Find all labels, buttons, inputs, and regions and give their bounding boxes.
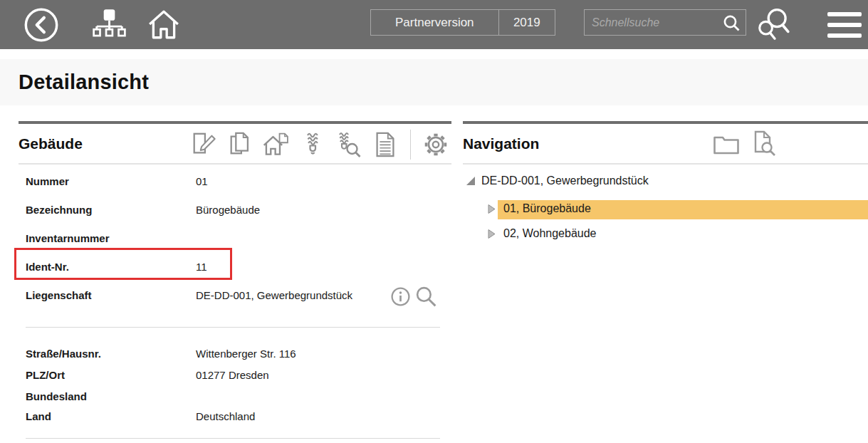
folder-icon[interactable] (712, 130, 741, 158)
app-window: Partnerversion 2019 (0, 0, 868, 443)
field-value: Deutschland (196, 410, 255, 422)
tree-node-wohngebaeude[interactable]: 02, Wohngebäude (486, 227, 596, 240)
field-label: Land (26, 410, 51, 422)
back-button[interactable] (21, 0, 61, 49)
navigation-panel: Navigation (463, 121, 868, 443)
tree-node-label: 02, Wohngebäude (503, 227, 596, 240)
home-button[interactable] (145, 0, 182, 49)
sitemap-icon (91, 7, 127, 43)
field-row-plz-ort: PLZ/Ort 01277 Dresden (19, 369, 451, 383)
field-label: Liegenschaft (26, 289, 92, 301)
info-icon[interactable] (389, 286, 412, 308)
back-icon (22, 6, 61, 44)
toolbar-divider (410, 130, 411, 160)
navigation-panel-title: Navigation (463, 135, 539, 152)
gebaeude-panel-title: Gebäude (19, 135, 83, 152)
title-band: Detailansicht (0, 59, 868, 105)
field-row-bundesland: Bundesland (19, 390, 451, 405)
gebaeude-panel: Gebäude (19, 121, 451, 443)
field-row-inventarnummer: Inventarnummer (19, 232, 451, 246)
home-icon (147, 8, 181, 42)
tree-node-label: DE-DD-001, Gewerbegrundstück (481, 174, 649, 187)
field-row-ident-nr: Ident-Nr. 11 (19, 261, 451, 275)
quick-search (584, 9, 746, 36)
field-row-strasse: Straße/Hausnr. Wittenberger Str. 116 (19, 348, 451, 362)
home-document-icon[interactable] (262, 130, 291, 159)
menu-button[interactable] (822, 0, 867, 49)
advanced-search-icon (757, 6, 791, 43)
tree-expanded-icon[interactable] (465, 176, 476, 186)
report-icon[interactable] (371, 130, 399, 159)
tree-node-label: 01, Bürogebäude (503, 202, 591, 215)
section-divider (26, 327, 440, 328)
settings-gear-icon[interactable] (422, 130, 450, 159)
energy-search-icon[interactable] (335, 130, 363, 159)
top-bar: Partnerversion 2019 (0, 0, 868, 49)
field-value: 01 (196, 175, 208, 187)
gebaeude-panel-header: Gebäude (19, 124, 451, 165)
tree-collapsed-icon[interactable] (486, 204, 497, 214)
gebaeude-toolbar (189, 130, 450, 160)
copy-icon[interactable] (226, 130, 254, 159)
field-value: 11 (196, 261, 207, 273)
tree-collapsed-icon[interactable] (486, 229, 497, 239)
section-divider (26, 438, 440, 439)
partner-version-label: Partnerversion (371, 10, 498, 35)
energy-bulb-icon[interactable] (298, 130, 327, 159)
field-value: Bürogebäude (196, 204, 260, 216)
field-label: Inventarnummer (26, 232, 110, 244)
field-row-liegenschaft: Liegenschaft DE-DD-001, Gewerbegrundstüc… (19, 289, 451, 303)
field-row-nummer: Nummer 01 (19, 175, 451, 189)
partner-version-year: 2019 (498, 10, 555, 35)
field-label: Nummer (26, 175, 69, 187)
partner-version-box[interactable]: Partnerversion 2019 (370, 9, 555, 36)
field-label: Bundesland (26, 390, 87, 402)
advanced-search-button[interactable] (756, 0, 792, 49)
field-row-bezeichnung: Bezeichnung Bürogebäude (19, 204, 451, 218)
tree-node-root[interactable]: DE-DD-001, Gewerbegrundstück (465, 174, 649, 187)
field-label: Bezeichnung (26, 204, 92, 216)
sitemap-button[interactable] (90, 0, 128, 49)
page-title: Detailansicht (19, 71, 149, 94)
edit-document-icon[interactable] (189, 130, 218, 159)
field-row-land: Land Deutschland (19, 410, 451, 424)
field-value: DE-DD-001, Gewerbegrundstück (196, 289, 352, 301)
document-search-icon[interactable] (751, 130, 779, 158)
field-label: Straße/Hausnr. (26, 348, 101, 360)
field-value: 01277 Dresden (196, 369, 269, 381)
field-label: Ident-Nr. (26, 261, 69, 273)
search-icon (722, 14, 741, 33)
field-value: Wittenberger Str. 116 (196, 348, 296, 360)
tree-node-selected[interactable]: 01, Bürogebäude (486, 202, 591, 215)
search-icon[interactable] (414, 285, 438, 308)
navigation-panel-header: Navigation (463, 124, 868, 165)
navigation-toolbar (712, 130, 779, 158)
field-label: PLZ/Ort (26, 369, 65, 381)
